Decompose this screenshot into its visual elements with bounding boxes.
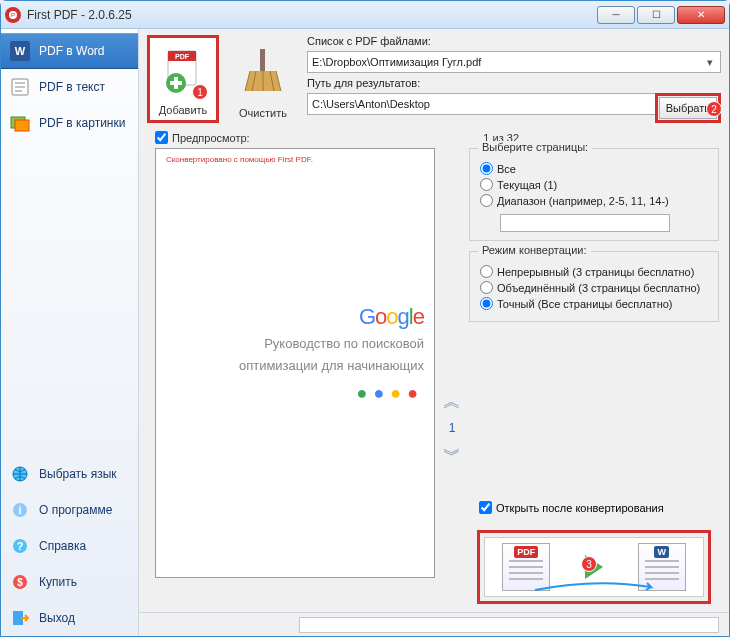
svg-text:W: W <box>15 45 26 57</box>
convert-highlight: PDF 3 W <box>477 530 711 604</box>
radio-merged[interactable]: Объединённый (3 страницы бесплатно) <box>480 281 708 294</box>
preview-checkbox-label: Предпросмотр: <box>172 132 250 144</box>
files-list-label: Список с PDF файлами: <box>307 35 721 47</box>
mode-legend: Режим конвертации: <box>478 244 591 256</box>
sidebar-item-label: Справка <box>39 539 86 553</box>
word-icon: W <box>9 40 31 62</box>
range-input[interactable] <box>500 214 670 232</box>
sidebar-item-buy[interactable]: $ Купить <box>1 564 138 600</box>
sidebar-item-help[interactable]: ? Справка <box>1 528 138 564</box>
radio-continuous-label: Непрерывный (3 страницы бесплатно) <box>497 266 694 278</box>
svg-text:$: $ <box>17 577 23 588</box>
sidebar-item-label: PDF в Word <box>39 44 105 58</box>
pages-legend: Выберите страницы: <box>478 141 592 153</box>
content-row: Сконвертировано с помощью First PDF. Goo… <box>139 148 729 612</box>
open-after-label: Открыть после конвертирования <box>496 502 664 514</box>
svg-text:PDF: PDF <box>175 53 190 60</box>
maximize-button[interactable]: ☐ <box>637 6 675 24</box>
window-title: First PDF - 2.0.6.25 <box>27 8 597 22</box>
cart-icon: $ <box>9 571 31 593</box>
mode-groupbox: Режим конвертации: Непрерывный (3 страни… <box>469 251 719 322</box>
doc-title-line1: Руководство по поисковой <box>166 336 424 352</box>
step-badge-2: 2 <box>706 101 722 117</box>
radio-range-input[interactable] <box>480 194 493 207</box>
app-window: P First PDF - 2.0.6.25 ─ ☐ ✕ W PDF в Wor… <box>0 0 730 637</box>
svg-rect-9 <box>15 120 29 131</box>
svg-text:i: i <box>18 504 21 516</box>
open-after-row[interactable]: Открыть после конвертирования <box>469 497 719 518</box>
result-path-input[interactable]: C:\Users\Anton\Desktop <box>307 93 655 115</box>
colored-dots: ●●●● <box>166 383 424 404</box>
radio-continuous[interactable]: Непрерывный (3 страницы бесплатно) <box>480 265 708 278</box>
sidebar-item-pdf-word[interactable]: W PDF в Word <box>1 33 138 69</box>
radio-continuous-input[interactable] <box>480 265 493 278</box>
preview-doc-body: Google Руководство по поисковой оптимиза… <box>166 304 424 404</box>
preview-checkbox[interactable] <box>155 131 168 144</box>
svg-text:P: P <box>11 12 15 18</box>
result-path-label: Путь для результатов: <box>307 77 721 89</box>
app-icon: P <box>5 7 21 23</box>
page-number: 1 <box>449 421 456 435</box>
result-path-row: C:\Users\Anton\Desktop Выбрать 2 <box>307 93 721 123</box>
clear-button-label: Очистить <box>239 107 287 119</box>
radio-exact-label: Точный (Все страницы бесплатно) <box>497 298 673 310</box>
step-badge-3: 3 <box>581 556 597 572</box>
radio-current-page[interactable]: Текущая (1) <box>480 178 708 191</box>
sidebar-top: W PDF в Word PDF в текст PDF в картинки <box>1 29 138 141</box>
swoosh-arrow-icon <box>535 582 655 592</box>
radio-range-label: Диапазон (например, 2-5, 11, 14-) <box>497 195 669 207</box>
browse-button[interactable]: Выбрать 2 <box>659 97 717 119</box>
exit-icon <box>9 607 31 629</box>
radio-all-label: Все <box>497 163 516 175</box>
options-column: Выберите страницы: Все Текущая (1) Диапа… <box>469 148 719 608</box>
add-button-label: Добавить <box>159 104 208 116</box>
chevron-down-icon[interactable]: ▾ <box>702 54 718 70</box>
browse-highlight: Выбрать 2 <box>655 93 721 123</box>
page-down-arrow[interactable]: ︾ <box>443 443 461 467</box>
browse-button-label: Выбрать <box>666 102 710 114</box>
file-panel: Список с PDF файлами: E:\Dropbox\Оптимиз… <box>307 35 721 123</box>
sidebar: W PDF в Word PDF в текст PDF в картинки … <box>1 29 139 636</box>
body: W PDF в Word PDF в текст PDF в картинки … <box>1 29 729 636</box>
files-combo[interactable]: E:\Dropbox\Оптимизация Гугл.pdf ▾ <box>307 51 721 73</box>
info-icon: i <box>9 499 31 521</box>
radio-all-input[interactable] <box>480 162 493 175</box>
sidebar-item-language[interactable]: Выбрать язык <box>1 456 138 492</box>
svg-rect-24 <box>260 49 265 71</box>
sidebar-item-label: О программе <box>39 503 112 517</box>
step-badge-1: 1 <box>192 84 208 100</box>
radio-all-pages[interactable]: Все <box>480 162 708 175</box>
radio-exact-input[interactable] <box>480 297 493 310</box>
sidebar-item-label: PDF в картинки <box>39 116 125 130</box>
doc-title-line2: оптимизации для начинающих <box>166 358 424 374</box>
sidebar-item-pdf-text[interactable]: PDF в текст <box>1 69 138 105</box>
text-icon <box>9 76 31 98</box>
radio-current-input[interactable] <box>480 178 493 191</box>
google-logo: Google <box>166 304 424 330</box>
main: PDF 1 Добавить Очистить Список с PDF фай… <box>139 29 729 636</box>
sidebar-item-label: Выход <box>39 611 75 625</box>
images-icon <box>9 112 31 134</box>
generated-by-text: Сконвертировано с помощью First PDF. <box>166 155 424 164</box>
sidebar-item-about[interactable]: i О программе <box>1 492 138 528</box>
clear-button[interactable]: Очистить <box>227 35 299 123</box>
sidebar-item-label: PDF в текст <box>39 80 105 94</box>
sidebar-item-label: Купить <box>39 575 77 589</box>
radio-range[interactable]: Диапазон (например, 2-5, 11, 14-) <box>480 194 708 207</box>
radio-merged-input[interactable] <box>480 281 493 294</box>
broom-icon <box>240 39 286 105</box>
open-after-checkbox[interactable] <box>479 501 492 514</box>
sidebar-item-exit[interactable]: Выход <box>1 600 138 636</box>
sidebar-bottom: Выбрать язык i О программе ? Справка $ К… <box>1 456 138 636</box>
minimize-button[interactable]: ─ <box>597 6 635 24</box>
sidebar-item-pdf-images[interactable]: PDF в картинки <box>1 105 138 141</box>
window-buttons: ─ ☐ ✕ <box>597 6 725 24</box>
add-button[interactable]: PDF 1 Добавить <box>147 35 219 123</box>
close-button[interactable]: ✕ <box>677 6 725 24</box>
page-up-arrow[interactable]: ︽ <box>443 389 461 413</box>
status-path-box <box>299 617 719 633</box>
radio-merged-label: Объединённый (3 страницы бесплатно) <box>497 282 700 294</box>
radio-exact[interactable]: Точный (Все страницы бесплатно) <box>480 297 708 310</box>
convert-button[interactable]: PDF 3 W <box>484 537 704 597</box>
pages-groupbox: Выберите страницы: Все Текущая (1) Диапа… <box>469 148 719 241</box>
